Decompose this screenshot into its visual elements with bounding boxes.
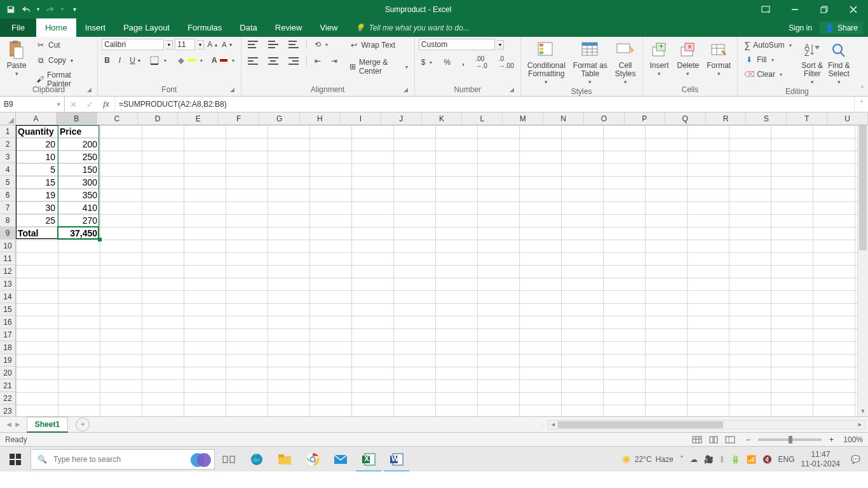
minimize-button[interactable]: [780, 0, 810, 18]
row-header-20[interactable]: 20: [0, 367, 15, 379]
onedrive-icon[interactable]: ☁: [690, 455, 698, 464]
cell-B6[interactable]: 350: [58, 189, 100, 201]
font-name-input[interactable]: [102, 39, 164, 50]
new-sheet-button[interactable]: +: [76, 417, 90, 431]
italic-button[interactable]: I: [116, 55, 123, 66]
cell-B3[interactable]: 250: [58, 151, 100, 163]
autosum-button[interactable]: ∑AutoSum: [742, 39, 794, 51]
underline-button[interactable]: U▾: [127, 55, 143, 66]
copy-button[interactable]: ⧉Copy▾: [33, 54, 93, 67]
wrap-text-button[interactable]: ↩Wrap Text: [346, 39, 410, 51]
undo-icon[interactable]: [20, 4, 32, 15]
cut-button[interactable]: ✂Cut: [33, 39, 93, 51]
increase-decimal-icon[interactable]: .00→.0: [473, 54, 490, 71]
percent-format-icon[interactable]: %: [441, 57, 453, 68]
undo-more-icon[interactable]: ▾: [36, 4, 41, 15]
col-header-T[interactable]: T: [787, 112, 827, 125]
restore-button[interactable]: [810, 0, 839, 18]
cell-A4[interactable]: 5: [16, 163, 58, 176]
clear-button[interactable]: ⌫Clear: [742, 68, 794, 81]
row-header-3[interactable]: 3: [0, 151, 15, 163]
volume-icon[interactable]: 🔇: [763, 455, 772, 464]
col-header-H[interactable]: H: [300, 112, 341, 125]
wifi-icon[interactable]: 📶: [747, 455, 756, 464]
col-header-E[interactable]: E: [178, 112, 219, 125]
col-header-L[interactable]: L: [462, 112, 503, 125]
tab-page-layout[interactable]: Page Layout: [114, 18, 179, 37]
page-break-view-icon[interactable]: [722, 434, 738, 445]
number-format-caret[interactable]: ▾: [497, 40, 504, 50]
tray-chevron-icon[interactable]: ˄: [680, 455, 684, 464]
ribbon-display-options-icon[interactable]: [751, 0, 780, 18]
decrease-indent-icon[interactable]: ⇤: [312, 55, 323, 67]
cell-A1[interactable]: Quantity: [16, 125, 58, 138]
bluetooth-icon[interactable]: ᛒ: [720, 455, 724, 464]
worksheet-grid[interactable]: ABCDEFGHIJKLMNOPQRSTU 123456789101112131…: [0, 112, 868, 416]
align-center-icon[interactable]: [266, 56, 281, 66]
zoom-in-icon[interactable]: +: [827, 434, 836, 445]
tab-view[interactable]: View: [311, 18, 346, 37]
row-header-8[interactable]: 8: [0, 214, 15, 227]
cell-A2[interactable]: 20: [16, 138, 58, 151]
row-header-17[interactable]: 17: [0, 329, 15, 341]
hscroll-thumb[interactable]: [558, 421, 723, 428]
mail-icon[interactable]: [327, 447, 355, 471]
language-indicator[interactable]: ENG: [778, 455, 795, 464]
col-header-C[interactable]: C: [97, 112, 138, 125]
horizontal-scrollbar[interactable]: ◄ ►: [548, 420, 865, 430]
col-header-Q[interactable]: Q: [665, 112, 706, 125]
excel-taskbar-icon[interactable]: X: [355, 447, 383, 471]
number-format-select[interactable]: [419, 39, 495, 50]
align-top-icon[interactable]: [245, 39, 261, 50]
row-header-7[interactable]: 7: [0, 201, 15, 214]
comma-format-icon[interactable]: ,: [459, 57, 466, 68]
row-header-10[interactable]: 10: [0, 240, 15, 252]
formula-input[interactable]: =SUMPRODUCT(A2:A8,B2:B8): [115, 97, 854, 112]
tell-me-search[interactable]: 💡 Tell me what you want to do...: [355, 18, 469, 37]
zoom-out-icon[interactable]: −: [743, 434, 753, 445]
cell-A8[interactable]: 25: [16, 214, 58, 227]
row-header-16[interactable]: 16: [0, 316, 15, 329]
cell-A6[interactable]: 19: [16, 189, 58, 201]
cell-styles-button[interactable]: Cell Styles▾: [613, 39, 639, 87]
font-name-caret[interactable]: ▾: [166, 40, 173, 50]
vertical-scrollbar[interactable]: ▲ ▼: [857, 112, 868, 416]
cancel-formula-icon[interactable]: ✕: [65, 100, 81, 109]
start-button[interactable]: [0, 447, 31, 471]
save-icon[interactable]: [5, 4, 17, 15]
tab-file[interactable]: File: [0, 18, 36, 37]
redo-more-icon[interactable]: ▾: [60, 4, 65, 15]
col-header-A[interactable]: A: [16, 112, 57, 125]
number-dialog-launcher[interactable]: ◢: [509, 86, 515, 93]
border-button[interactable]: [147, 54, 169, 67]
tab-insert[interactable]: Insert: [76, 18, 115, 37]
cell-B8[interactable]: 270: [58, 214, 100, 227]
close-button[interactable]: [839, 0, 868, 18]
collapse-ribbon-icon[interactable]: ˄: [857, 37, 868, 96]
cell-B1[interactable]: Price: [58, 125, 100, 138]
row-header-1[interactable]: 1: [0, 125, 15, 138]
zoom-level[interactable]: 100%: [836, 435, 863, 444]
col-header-R[interactable]: R: [706, 112, 747, 125]
page-layout-view-icon[interactable]: [705, 434, 722, 445]
sheet-nav-next-icon[interactable]: ►: [14, 420, 22, 429]
vscroll-thumb[interactable]: [859, 123, 867, 250]
row-header-5[interactable]: 5: [0, 176, 15, 189]
find-select-button[interactable]: Find & Select▾: [825, 39, 853, 87]
align-left-icon[interactable]: [245, 56, 261, 66]
sheet-tab-sheet1[interactable]: Sheet1: [27, 417, 68, 433]
taskbar-search[interactable]: 🔍 Type here to search: [31, 449, 215, 470]
row-header-13[interactable]: 13: [0, 278, 15, 290]
font-size-input[interactable]: [175, 39, 195, 50]
font-color-button[interactable]: A: [209, 55, 237, 66]
align-bottom-icon[interactable]: [286, 39, 301, 50]
col-header-G[interactable]: G: [259, 112, 300, 125]
row-header-23[interactable]: 23: [0, 405, 15, 416]
row-header-18[interactable]: 18: [0, 341, 15, 354]
sort-filter-button[interactable]: AZSort & Filter▾: [799, 39, 825, 87]
cell-A3[interactable]: 10: [16, 151, 58, 163]
row-header-21[interactable]: 21: [0, 379, 15, 392]
cell-A5[interactable]: 15: [16, 176, 58, 189]
orientation-icon[interactable]: ⟲: [312, 39, 330, 50]
expand-formula-bar-icon[interactable]: ˅: [854, 97, 868, 112]
